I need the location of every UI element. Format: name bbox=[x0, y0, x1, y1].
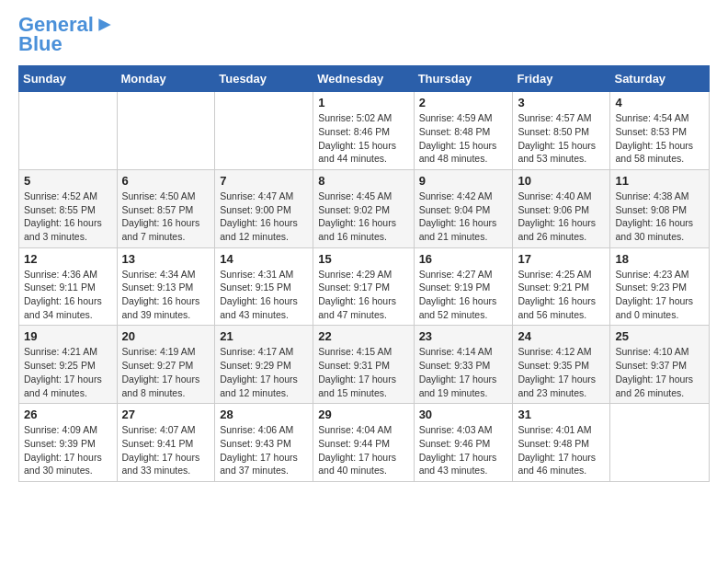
day-info: Sunrise: 4:17 AM Sunset: 9:29 PM Dayligh… bbox=[220, 345, 308, 399]
calendar-day-cell: 8Sunrise: 4:45 AM Sunset: 9:02 PM Daylig… bbox=[313, 169, 414, 247]
day-info: Sunrise: 4:06 AM Sunset: 9:43 PM Dayligh… bbox=[220, 423, 308, 477]
day-number: 23 bbox=[419, 329, 508, 343]
calendar-day-cell: 17Sunrise: 4:25 AM Sunset: 9:21 PM Dayli… bbox=[513, 247, 610, 326]
day-number: 9 bbox=[419, 174, 508, 188]
day-of-week-header: Friday bbox=[513, 66, 610, 92]
day-info: Sunrise: 4:57 AM Sunset: 8:50 PM Dayligh… bbox=[518, 111, 605, 166]
calendar-week-row: 1Sunrise: 5:02 AM Sunset: 8:46 PM Daylig… bbox=[19, 92, 710, 170]
calendar-day-cell bbox=[117, 92, 215, 170]
day-number: 6 bbox=[122, 174, 210, 188]
day-number: 19 bbox=[24, 329, 112, 343]
calendar-day-cell: 29Sunrise: 4:04 AM Sunset: 9:44 PM Dayli… bbox=[313, 404, 414, 482]
day-info: Sunrise: 4:10 AM Sunset: 9:37 PM Dayligh… bbox=[615, 345, 704, 399]
calendar-week-row: 5Sunrise: 4:52 AM Sunset: 8:55 PM Daylig… bbox=[19, 169, 710, 247]
day-number: 7 bbox=[220, 174, 308, 188]
day-of-week-header: Monday bbox=[117, 66, 215, 92]
calendar-day-cell bbox=[215, 92, 313, 170]
calendar-day-cell: 4Sunrise: 4:54 AM Sunset: 8:53 PM Daylig… bbox=[610, 92, 710, 170]
calendar-week-row: 19Sunrise: 4:21 AM Sunset: 9:25 PM Dayli… bbox=[19, 326, 710, 404]
day-number: 31 bbox=[518, 408, 605, 421]
calendar-table: SundayMondayTuesdayWednesdayThursdayFrid… bbox=[18, 65, 710, 482]
day-number: 27 bbox=[122, 408, 210, 421]
calendar-day-cell: 26Sunrise: 4:09 AM Sunset: 9:39 PM Dayli… bbox=[19, 404, 118, 482]
day-info: Sunrise: 4:34 AM Sunset: 9:13 PM Dayligh… bbox=[122, 268, 210, 322]
calendar-day-cell: 25Sunrise: 4:10 AM Sunset: 9:37 PM Dayli… bbox=[610, 326, 710, 404]
day-info: Sunrise: 4:42 AM Sunset: 9:04 PM Dayligh… bbox=[419, 190, 508, 244]
day-info: Sunrise: 4:12 AM Sunset: 9:35 PM Dayligh… bbox=[518, 345, 605, 399]
day-info: Sunrise: 4:50 AM Sunset: 8:57 PM Dayligh… bbox=[122, 190, 210, 244]
day-number: 13 bbox=[122, 252, 210, 266]
day-number: 17 bbox=[518, 252, 605, 266]
day-info: Sunrise: 4:36 AM Sunset: 9:11 PM Dayligh… bbox=[24, 268, 112, 322]
day-info: Sunrise: 4:25 AM Sunset: 9:21 PM Dayligh… bbox=[518, 268, 605, 322]
calendar-day-cell bbox=[19, 92, 118, 170]
day-of-week-header: Sunday bbox=[19, 66, 118, 92]
day-info: Sunrise: 4:03 AM Sunset: 9:46 PM Dayligh… bbox=[419, 423, 508, 477]
day-number: 11 bbox=[615, 174, 704, 188]
day-of-week-header: Wednesday bbox=[313, 66, 414, 92]
calendar-week-row: 26Sunrise: 4:09 AM Sunset: 9:39 PM Dayli… bbox=[19, 404, 710, 482]
calendar-day-cell: 27Sunrise: 4:07 AM Sunset: 9:41 PM Dayli… bbox=[117, 404, 215, 482]
day-info: Sunrise: 4:27 AM Sunset: 9:19 PM Dayligh… bbox=[419, 268, 508, 322]
calendar-day-cell: 28Sunrise: 4:06 AM Sunset: 9:43 PM Dayli… bbox=[215, 404, 313, 482]
calendar-day-cell: 10Sunrise: 4:40 AM Sunset: 9:06 PM Dayli… bbox=[513, 169, 610, 247]
calendar-day-cell: 6Sunrise: 4:50 AM Sunset: 8:57 PM Daylig… bbox=[117, 169, 215, 247]
calendar-day-cell: 7Sunrise: 4:47 AM Sunset: 9:00 PM Daylig… bbox=[215, 169, 313, 247]
calendar-day-cell: 12Sunrise: 4:36 AM Sunset: 9:11 PM Dayli… bbox=[19, 247, 118, 326]
day-info: Sunrise: 4:38 AM Sunset: 9:08 PM Dayligh… bbox=[615, 190, 704, 244]
logo-arrow-icon bbox=[96, 16, 114, 34]
calendar-day-cell: 20Sunrise: 4:19 AM Sunset: 9:27 PM Dayli… bbox=[117, 326, 215, 404]
day-number: 3 bbox=[518, 96, 605, 109]
day-info: Sunrise: 4:59 AM Sunset: 8:48 PM Dayligh… bbox=[419, 111, 508, 166]
calendar-day-cell: 11Sunrise: 4:38 AM Sunset: 9:08 PM Dayli… bbox=[610, 169, 710, 247]
calendar-header-row: SundayMondayTuesdayWednesdayThursdayFrid… bbox=[19, 66, 710, 92]
day-info: Sunrise: 4:54 AM Sunset: 8:53 PM Dayligh… bbox=[615, 111, 704, 166]
calendar-day-cell: 21Sunrise: 4:17 AM Sunset: 9:29 PM Dayli… bbox=[215, 326, 313, 404]
calendar-day-cell: 16Sunrise: 4:27 AM Sunset: 9:19 PM Dayli… bbox=[414, 247, 513, 326]
calendar-day-cell: 5Sunrise: 4:52 AM Sunset: 8:55 PM Daylig… bbox=[19, 169, 118, 247]
day-info: Sunrise: 4:31 AM Sunset: 9:15 PM Dayligh… bbox=[220, 268, 308, 322]
svg-marker-0 bbox=[98, 18, 110, 30]
day-number: 14 bbox=[220, 252, 308, 266]
day-info: Sunrise: 4:07 AM Sunset: 9:41 PM Dayligh… bbox=[122, 423, 210, 477]
day-number: 25 bbox=[615, 329, 704, 343]
calendar-day-cell: 15Sunrise: 4:29 AM Sunset: 9:17 PM Dayli… bbox=[313, 247, 414, 326]
day-info: Sunrise: 4:47 AM Sunset: 9:00 PM Dayligh… bbox=[220, 190, 308, 244]
calendar-day-cell: 9Sunrise: 4:42 AM Sunset: 9:04 PM Daylig… bbox=[414, 169, 513, 247]
calendar-day-cell: 22Sunrise: 4:15 AM Sunset: 9:31 PM Dayli… bbox=[313, 326, 414, 404]
calendar-day-cell: 1Sunrise: 5:02 AM Sunset: 8:46 PM Daylig… bbox=[313, 92, 414, 170]
day-number: 8 bbox=[318, 174, 408, 188]
day-info: Sunrise: 4:23 AM Sunset: 9:23 PM Dayligh… bbox=[615, 268, 704, 322]
day-info: Sunrise: 5:02 AM Sunset: 8:46 PM Dayligh… bbox=[318, 111, 408, 166]
day-number: 29 bbox=[318, 408, 408, 421]
day-number: 20 bbox=[122, 329, 210, 343]
day-info: Sunrise: 4:01 AM Sunset: 9:48 PM Dayligh… bbox=[518, 423, 605, 477]
calendar-day-cell: 14Sunrise: 4:31 AM Sunset: 9:15 PM Dayli… bbox=[215, 247, 313, 326]
calendar-container: General Blue SundayMondayTuesdayWednesda… bbox=[0, 0, 728, 496]
day-info: Sunrise: 4:21 AM Sunset: 9:25 PM Dayligh… bbox=[24, 345, 112, 399]
day-number: 4 bbox=[615, 96, 704, 109]
day-number: 21 bbox=[220, 329, 308, 343]
day-info: Sunrise: 4:29 AM Sunset: 9:17 PM Dayligh… bbox=[318, 268, 408, 322]
day-number: 1 bbox=[318, 96, 408, 109]
day-info: Sunrise: 4:15 AM Sunset: 9:31 PM Dayligh… bbox=[318, 345, 408, 399]
day-info: Sunrise: 4:19 AM Sunset: 9:27 PM Dayligh… bbox=[122, 345, 210, 399]
calendar-day-cell: 30Sunrise: 4:03 AM Sunset: 9:46 PM Dayli… bbox=[414, 404, 513, 482]
day-number: 24 bbox=[518, 329, 605, 343]
day-number: 22 bbox=[318, 329, 408, 343]
day-number: 30 bbox=[419, 408, 508, 421]
calendar-day-cell: 2Sunrise: 4:59 AM Sunset: 8:48 PM Daylig… bbox=[414, 92, 513, 170]
day-of-week-header: Thursday bbox=[414, 66, 513, 92]
calendar-day-cell: 3Sunrise: 4:57 AM Sunset: 8:50 PM Daylig… bbox=[513, 92, 610, 170]
day-info: Sunrise: 4:45 AM Sunset: 9:02 PM Dayligh… bbox=[318, 190, 408, 244]
day-info: Sunrise: 4:09 AM Sunset: 9:39 PM Dayligh… bbox=[24, 423, 112, 477]
calendar-day-cell: 18Sunrise: 4:23 AM Sunset: 9:23 PM Dayli… bbox=[610, 247, 710, 326]
calendar-day-cell: 19Sunrise: 4:21 AM Sunset: 9:25 PM Dayli… bbox=[19, 326, 118, 404]
day-number: 28 bbox=[220, 408, 308, 421]
day-info: Sunrise: 4:40 AM Sunset: 9:06 PM Dayligh… bbox=[518, 190, 605, 244]
day-number: 10 bbox=[518, 174, 605, 188]
day-info: Sunrise: 4:52 AM Sunset: 8:55 PM Dayligh… bbox=[24, 190, 112, 244]
calendar-header: General Blue bbox=[18, 14, 710, 56]
calendar-week-row: 12Sunrise: 4:36 AM Sunset: 9:11 PM Dayli… bbox=[19, 247, 710, 326]
day-number: 15 bbox=[318, 252, 408, 266]
